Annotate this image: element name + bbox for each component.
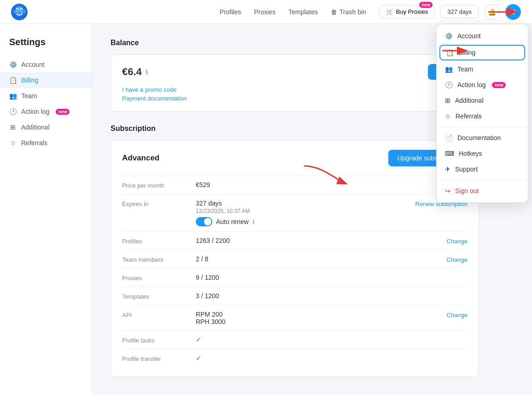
trash-icon: 🗑 (331, 8, 337, 16)
nav-profiles[interactable]: Profiles (220, 8, 241, 16)
divider-2 (437, 180, 528, 180)
team-icon: 👥 (9, 92, 17, 100)
billing-icon: 📋 (9, 77, 17, 84)
team-icon: 👥 (445, 65, 453, 73)
price-row: Price per month €529 (122, 176, 468, 194)
auto-renew-info-icon[interactable]: ℹ (252, 218, 255, 225)
profile-tasks-row: Profile tasks ✓ (122, 330, 468, 349)
divider-1 (437, 127, 528, 127)
sidebar-item-team[interactable]: 👥 Team (0, 88, 92, 104)
templates-row: Templates 3 / 1200 (122, 287, 468, 305)
expires-row: Expires in 327 days 12/23/2025, 10:37 AM… (122, 194, 468, 231)
star-icon: ☆ (445, 112, 451, 120)
team-change-action[interactable]: Change (446, 255, 468, 263)
doc-icon: 📄 (445, 134, 453, 141)
profiles-change-action[interactable]: Change (446, 237, 468, 245)
api-change-action[interactable]: Change (446, 311, 468, 318)
balance-links: I have a promo code Payment documentatio… (122, 86, 468, 102)
subscription-section-title: Subscription (111, 124, 479, 133)
hotkeys-icon: ⌨ (445, 150, 454, 157)
settings-sidebar: Settings ⚙️ Account 📋 Billing 👥 Team 🕐 A… (0, 24, 92, 395)
days-badge: 327 days (440, 5, 479, 18)
dd-account-item[interactable]: ⚙️ Account (437, 28, 528, 44)
sidebar-item-additional[interactable]: ⊞ Additional (0, 119, 92, 135)
balance-section-title: Balance (111, 39, 479, 47)
grid-icon: ⊞ (9, 124, 17, 131)
notification-button[interactable]: 🔔 (484, 4, 500, 20)
nav-trash-bin[interactable]: 🗑 Trash bin (331, 8, 366, 16)
dd-team-item[interactable]: 👥 Team (437, 61, 528, 77)
auto-renew-toggle[interactable] (196, 217, 212, 226)
action-log-new-badge-sidebar: new (56, 109, 69, 115)
top-navigation: Profiles Proxies Templates 🗑 Trash bin 🛒… (0, 0, 532, 24)
profile-transfer-row: Profile transfer ✓ (122, 349, 468, 367)
gear-icon: ⚙️ (9, 61, 17, 68)
avatar-button[interactable]: U (505, 4, 521, 20)
svg-point-1 (15, 6, 24, 16)
clock-icon: 🕐 (445, 81, 453, 88)
topnav-right: 🛒 Buy Proxies new 327 days 🔔 U (379, 4, 521, 20)
gear-icon: ⚙️ (445, 32, 453, 40)
proxies-row: Proxies 9 / 1200 (122, 268, 468, 287)
cart-icon: 🛒 (386, 8, 393, 15)
nav-templates[interactable]: Templates (288, 8, 318, 16)
signout-icon: ↪ (445, 187, 450, 195)
logo[interactable] (11, 4, 28, 20)
payment-docs-link[interactable]: Payment documentation (122, 95, 468, 102)
svg-point-3 (17, 9, 18, 11)
dd-documentation-item[interactable]: 📄 Documentation (437, 130, 528, 146)
settings-title: Settings (0, 37, 92, 57)
dd-action-log-item[interactable]: 🕐 Action log new (437, 77, 528, 93)
billing-icon: 📋 (446, 49, 454, 56)
sidebar-item-billing[interactable]: 📋 Billing (0, 72, 92, 88)
support-icon: ✈ (445, 165, 450, 173)
balance-info-icon[interactable]: ℹ (146, 69, 148, 76)
dd-hotkeys-item[interactable]: ⌨ Hotkeys (437, 146, 528, 161)
subscription-card: Advanced Upgrade subscription Price per … (111, 140, 479, 377)
nav-links: Profiles Proxies Templates 🗑 Trash bin (220, 8, 366, 16)
dd-additional-item[interactable]: ⊞ Additional (437, 93, 528, 108)
new-badge: new (419, 2, 433, 8)
svg-point-5 (21, 9, 22, 11)
action-log-new-badge: new (492, 82, 505, 88)
plan-name: Advanced (122, 153, 159, 163)
dd-support-item[interactable]: ✈ Support (437, 161, 528, 177)
sidebar-item-account[interactable]: ⚙️ Account (0, 57, 92, 72)
profiles-row: Profiles 1263 / 2200 Change (122, 231, 468, 250)
dd-signout-item[interactable]: ↪ Sign out (437, 183, 528, 199)
nav-proxies[interactable]: Proxies (254, 8, 276, 16)
dropdown-menu: ⚙️ Account 📋 Billing 👥 Team 🕐 Action log… (436, 24, 528, 203)
balance-card: €6.4 ℹ Top up I have a promo code Paymen… (111, 54, 479, 112)
promo-code-link[interactable]: I have a promo code (122, 86, 468, 93)
auto-renew-row: Auto renew ℹ (196, 217, 415, 226)
team-members-row: Team members 2 / 8 Change (122, 250, 468, 268)
sidebar-item-referrals[interactable]: ☆ Referrals (0, 135, 92, 151)
api-row: API RPM 200 RPH 3000 Change (122, 305, 468, 330)
star-icon: ☆ (9, 139, 17, 147)
avatar-initial: U (511, 8, 515, 16)
dd-referrals-item[interactable]: ☆ Referrals (437, 108, 528, 124)
bell-icon: 🔔 (488, 8, 496, 16)
sidebar-item-action-log[interactable]: 🕐 Action log new (0, 104, 92, 119)
balance-amount: €6.4 ℹ (122, 66, 148, 78)
dd-billing-item[interactable]: 📋 Billing (439, 45, 525, 60)
grid-icon: ⊞ (445, 97, 450, 104)
buy-proxies-button[interactable]: 🛒 Buy Proxies new (379, 5, 435, 18)
clock-icon: 🕐 (9, 108, 17, 115)
